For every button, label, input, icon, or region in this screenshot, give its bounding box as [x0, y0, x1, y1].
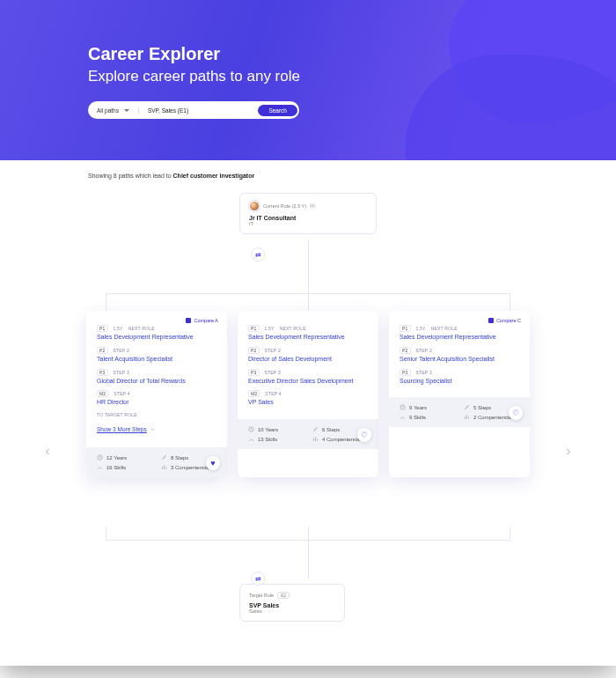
step-level-badge: P2 — [248, 347, 260, 354]
connector-line — [308, 240, 309, 293]
path-card-footer: 10 Years 6 Steps 13 Skills 4 Compentenci… — [238, 419, 378, 449]
message-icon[interactable]: ✉ — [310, 203, 315, 210]
favorite-button[interactable]: ♡ — [509, 406, 523, 420]
current-role-node[interactable]: Current Role (2.5 Y) ✉ Jr IT Consultant … — [239, 193, 377, 234]
step-level-badge: P1 — [97, 325, 108, 332]
clock-icon — [248, 426, 254, 432]
step-stage-label: NEXT ROLE — [431, 326, 458, 331]
step-stage-label: STEP 2 — [265, 348, 281, 353]
step-level-badge: M2 — [248, 390, 260, 397]
step-stage-label: STEP 4 — [265, 391, 281, 396]
to-target-label: TO TARGET ROLE — [97, 412, 137, 417]
step-level-badge: P1 — [248, 325, 260, 332]
step-stage-label: STEP 2 — [416, 348, 432, 353]
step-level-badge: P3 — [97, 369, 108, 376]
years-stat: 9 Years — [400, 404, 455, 410]
skills-icon — [97, 464, 103, 470]
skills-stat: 13 Skills — [248, 436, 304, 442]
connector-line — [308, 293, 309, 311]
path-card[interactable]: Compare A P1 1.5Y NEXT ROLE Sales Develo… — [86, 311, 227, 477]
step-stage-label: STEP 4 — [114, 391, 129, 396]
path-card-footer: 12 Years 8 Steps 16 Skills 3 Compentenci… — [86, 447, 227, 477]
results-mid: paths which lead to — [119, 173, 172, 179]
step-stage-label: STEP 2 — [114, 348, 129, 353]
bar-chart-icon — [464, 414, 470, 420]
bar-chart-icon — [161, 464, 167, 470]
avatar-icon — [249, 201, 260, 211]
step-level-badge: P1 — [400, 325, 411, 332]
step-stage-label: NEXT ROLE — [128, 326, 155, 331]
steps-icon — [312, 426, 319, 432]
step-role-link[interactable]: Sales Development Representative — [97, 334, 216, 342]
bar-chart-icon — [312, 436, 319, 442]
step-level-badge: P2 — [97, 347, 108, 354]
step-level-badge: P3 — [248, 369, 260, 376]
search-bar: All paths SVP, Sales (E1) Search — [88, 101, 299, 119]
path-card[interactable]: P1 1.5Y NEXT ROLE Sales Development Repr… — [238, 311, 378, 477]
target-role-input[interactable]: SVP, Sales (E1) — [139, 107, 258, 114]
show-more-steps-link[interactable]: Show 3 More Steps — [97, 426, 156, 432]
step-role-link[interactable]: Senior Talent Acquisition Specialist — [400, 356, 519, 364]
path-step: P3 STEP 3 Sourcing Specialist — [400, 369, 519, 386]
current-role-dept: IT — [249, 221, 367, 226]
path-step: P1 1.5Y NEXT ROLE Sales Development Repr… — [400, 325, 519, 342]
compare-toggle[interactable]: Compare C — [488, 318, 521, 323]
step-stage-label: STEP 3 — [114, 370, 129, 375]
years-stat: 10 Years — [248, 426, 304, 432]
step-role-link[interactable]: HR Director — [97, 399, 216, 407]
search-button[interactable]: Search — [258, 105, 297, 116]
step-level-badge: M2 — [97, 390, 108, 397]
connector-line — [308, 540, 309, 579]
current-role-tag: Current Role (2.5 Y) — [263, 203, 306, 209]
favorite-button[interactable]: ♥ — [206, 456, 220, 470]
step-role-link[interactable]: VP Sales — [248, 399, 368, 407]
connector-line — [308, 527, 309, 540]
steps-icon — [464, 404, 470, 410]
path-card-footer: 9 Years 5 Steps 9 Skills 2 Compentencies… — [389, 397, 530, 427]
connector-line — [106, 527, 106, 540]
path-step: M2 STEP 4 HR Director — [97, 390, 216, 407]
connector-line — [106, 293, 106, 311]
results-count: 8 — [114, 173, 117, 179]
connector-line — [510, 527, 510, 540]
step-role-link[interactable]: Sourcing Specialist — [400, 378, 519, 386]
path-step: P3 STEP 3 Global Director of Total Rewar… — [97, 369, 216, 386]
step-level-badge: P3 — [400, 369, 411, 376]
step-level-badge: P2 — [400, 347, 411, 354]
path-step: M2 STEP 4 VP Sales — [248, 390, 368, 407]
step-role-link[interactable]: Executive Director Sales Development — [248, 378, 368, 386]
swap-role-icon[interactable]: ⇄ — [251, 247, 265, 262]
chevron-down-icon — [150, 426, 156, 432]
target-role-level: E1 — [277, 592, 290, 599]
step-stage-label: STEP 3 — [265, 370, 281, 375]
results-summary: Showing 8 paths which lead to Chief cust… — [0, 160, 616, 179]
target-role-tag: Target Role — [249, 593, 274, 598]
target-role-title: SVP Sales — [249, 602, 335, 608]
skills-stat: 16 Skills — [97, 464, 152, 470]
step-role-link[interactable]: Talent Acquisition Specialist — [97, 356, 216, 364]
path-card[interactable]: Compare C P1 1.5Y NEXT ROLE Sales Develo… — [389, 311, 530, 477]
results-prefix: Showing — [88, 173, 112, 179]
step-role-link[interactable]: Global Director of Total Rewards — [97, 378, 216, 386]
path-step: P1 1.5Y NEXT ROLE Sales Development Repr… — [97, 325, 216, 342]
results-target-role: Chief customer investigator — [173, 173, 255, 179]
skills-icon — [248, 436, 254, 442]
path-step: P2 STEP 2 Senior Talent Acquisition Spec… — [400, 347, 519, 364]
clock-icon — [97, 454, 103, 461]
swap-target-icon[interactable]: ⇄ — [251, 571, 265, 586]
path-step: P1 1.5Y NEXT ROLE Sales Development Repr… — [248, 325, 368, 342]
path-filter-dropdown[interactable]: All paths — [97, 107, 139, 114]
step-role-link[interactable]: Sales Development Representative — [248, 334, 368, 342]
path-step: P2 STEP 2 Director of Sales Development — [248, 347, 368, 364]
target-role-node[interactable]: Target Role E1 SVP Sales Sales — [239, 584, 345, 622]
path-step: P3 STEP 3 Executive Director Sales Devel… — [248, 369, 368, 386]
skills-icon — [400, 414, 406, 420]
years-stat: 12 Years — [97, 454, 152, 461]
to-target-section: TO TARGET ROLE Show 3 More Steps — [97, 412, 216, 435]
target-role-dept: Sales — [249, 608, 335, 614]
step-role-link[interactable]: Sales Development Representative — [400, 334, 519, 342]
favorite-button[interactable]: ♡ — [357, 428, 371, 442]
step-role-link[interactable]: Director of Sales Development — [248, 356, 368, 364]
compare-toggle[interactable]: Compare A — [186, 318, 218, 323]
skills-stat: 9 Skills — [400, 414, 455, 420]
